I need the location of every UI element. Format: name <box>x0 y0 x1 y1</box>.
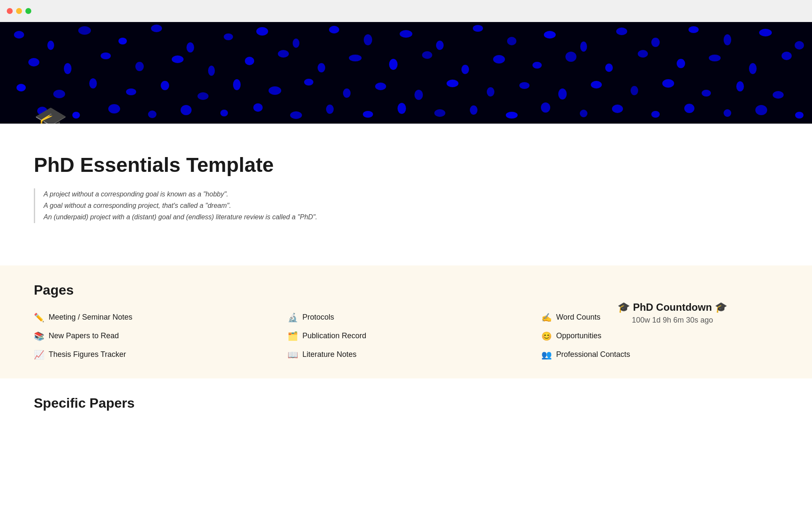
svg-point-50 <box>161 81 169 90</box>
svg-point-10 <box>329 26 339 33</box>
svg-point-77 <box>363 111 373 118</box>
svg-point-69 <box>72 112 80 119</box>
page-link-emoji-6: 📈 <box>34 350 44 360</box>
quote-line-3: An (underpaid) project with a (distant) … <box>44 211 558 223</box>
svg-point-80 <box>470 105 477 115</box>
svg-point-26 <box>101 52 111 59</box>
svg-point-72 <box>181 105 192 115</box>
svg-point-42 <box>677 59 685 68</box>
svg-point-51 <box>198 92 208 100</box>
page-link-label-2: Word Counts <box>556 313 601 322</box>
svg-point-53 <box>269 86 281 95</box>
page-link-6[interactable]: 📈Thesis Figures Tracker <box>34 348 271 362</box>
page-link-7[interactable]: 📖Literature Notes <box>288 348 524 362</box>
svg-point-22 <box>759 29 772 36</box>
quote-line-2: A goal without a corresponding project, … <box>44 200 558 211</box>
svg-point-28 <box>172 55 184 63</box>
svg-point-29 <box>208 66 215 76</box>
page-link-label-5: Opportunities <box>556 331 601 340</box>
minimize-button[interactable] <box>16 8 22 14</box>
svg-point-21 <box>724 34 731 45</box>
svg-point-79 <box>434 109 445 117</box>
page-link-emoji-1: 🔬 <box>288 312 298 323</box>
svg-point-11 <box>364 34 372 45</box>
page-link-emoji-4: 🗂️ <box>288 331 298 341</box>
svg-point-57 <box>414 90 423 100</box>
page-link-label-8: Professional Contacts <box>556 350 630 359</box>
svg-point-45 <box>782 52 792 60</box>
pages-section-title: Pages <box>34 282 778 298</box>
svg-point-56 <box>375 83 386 90</box>
page-link-label-6: Thesis Figures Tracker <box>49 350 126 359</box>
page-link-label-7: Literature Notes <box>302 350 357 359</box>
page-link-8[interactable]: 👥Professional Contacts <box>541 348 778 362</box>
svg-point-73 <box>220 110 228 116</box>
svg-point-49 <box>126 88 136 95</box>
countdown-title: 🎓 PhD Countdown 🎓 <box>617 301 727 313</box>
svg-point-7 <box>224 33 233 40</box>
close-button[interactable] <box>7 8 13 14</box>
svg-point-25 <box>64 63 71 74</box>
svg-point-75 <box>290 111 302 119</box>
svg-point-14 <box>473 25 483 32</box>
svg-point-24 <box>28 58 39 66</box>
svg-point-83 <box>580 110 587 117</box>
page-link-0[interactable]: ✏️Meeting / Seminar Notes <box>34 311 271 324</box>
svg-point-6 <box>187 42 194 52</box>
svg-point-2 <box>47 41 54 50</box>
svg-point-78 <box>398 103 406 114</box>
svg-point-4 <box>118 38 127 44</box>
maximize-button[interactable] <box>25 8 31 14</box>
body-content: PhD Essentials Template A project withou… <box>0 124 812 441</box>
svg-point-33 <box>349 55 362 61</box>
svg-point-52 <box>233 79 241 90</box>
page-link-5[interactable]: 😊Opportunities <box>541 329 778 343</box>
svg-point-66 <box>736 81 744 91</box>
svg-point-30 <box>245 57 254 65</box>
svg-point-5 <box>151 25 162 32</box>
svg-point-63 <box>631 86 638 95</box>
svg-point-87 <box>724 109 731 117</box>
svg-point-8 <box>256 27 268 36</box>
page-link-1[interactable]: 🔬Protocols <box>288 311 524 324</box>
svg-point-74 <box>253 103 263 112</box>
svg-point-13 <box>436 41 444 50</box>
page-title: PhD Essentials Template <box>34 153 558 177</box>
svg-point-32 <box>318 63 325 72</box>
svg-point-54 <box>304 79 313 86</box>
svg-point-46 <box>16 84 26 91</box>
svg-point-76 <box>326 105 334 114</box>
page-link-4[interactable]: 🗂️Publication Record <box>288 329 524 343</box>
quote-line-1: A project without a corresponding goal i… <box>44 188 558 200</box>
traffic-lights <box>7 8 31 14</box>
svg-point-86 <box>684 104 694 113</box>
svg-point-44 <box>749 63 757 74</box>
page-link-3[interactable]: 📚New Papers to Read <box>34 329 271 343</box>
svg-point-12 <box>400 30 412 38</box>
content-area: PhD Essentials Template A project withou… <box>0 124 592 257</box>
svg-point-59 <box>487 87 494 97</box>
page-link-label-0: Meeting / Seminar Notes <box>49 313 132 322</box>
svg-point-17 <box>580 41 587 52</box>
svg-point-34 <box>389 59 398 70</box>
svg-point-65 <box>702 90 711 97</box>
title-bar <box>0 0 812 22</box>
svg-point-9 <box>293 39 299 48</box>
svg-point-60 <box>519 82 529 89</box>
svg-point-43 <box>709 55 721 61</box>
svg-point-62 <box>591 81 602 88</box>
svg-point-55 <box>343 88 351 98</box>
page-link-label-4: Publication Record <box>302 331 366 340</box>
svg-point-88 <box>755 105 767 115</box>
svg-point-16 <box>544 31 556 39</box>
svg-point-18 <box>616 28 627 35</box>
countdown-section: 🎓 PhD Countdown 🎓 100w 1d 9h 6m 30s ago <box>617 301 727 325</box>
svg-point-48 <box>89 78 97 88</box>
svg-point-67 <box>773 91 784 99</box>
page-link-label-3: New Papers to Read <box>49 331 119 340</box>
svg-point-70 <box>108 104 120 113</box>
svg-point-41 <box>638 50 648 58</box>
page-link-emoji-8: 👥 <box>541 350 552 360</box>
svg-point-23 <box>795 41 804 50</box>
page-link-emoji-5: 😊 <box>541 331 552 341</box>
